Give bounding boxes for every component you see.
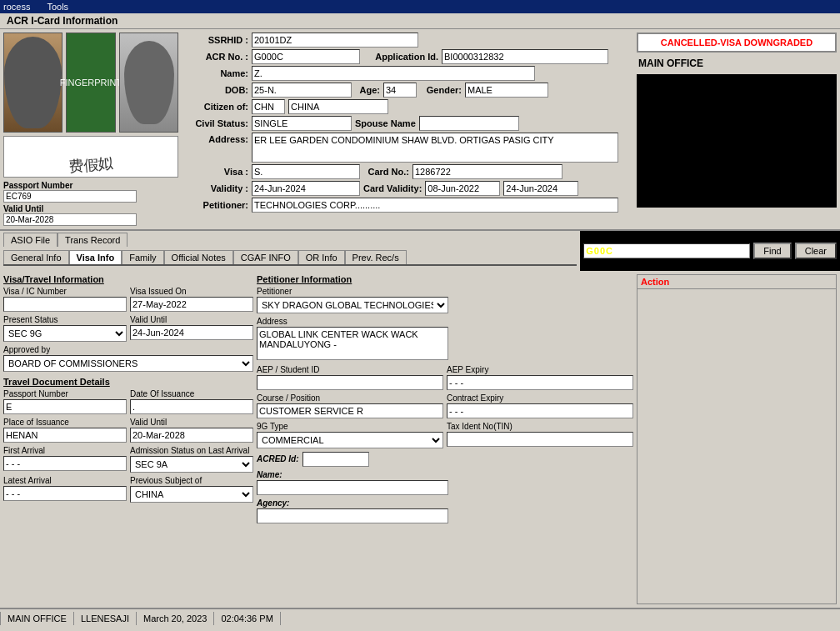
acr-no-input[interactable] — [252, 49, 360, 64]
civil-status-input[interactable] — [252, 116, 352, 131]
ssrhid-input[interactable] — [252, 33, 418, 48]
nineg-type-select[interactable]: COMMERCIAL — [257, 432, 443, 448]
admission-status-col: Admission Status on Last Arrival SEC 9A — [130, 446, 253, 473]
address-input[interactable] — [252, 133, 618, 163]
petitioner-top-input[interactable] — [252, 198, 618, 213]
tab-row-2: General Info Visa Info Family Official N… — [3, 250, 577, 266]
latest-arrival-input[interactable] — [3, 486, 127, 501]
acred-name-group: Name: — [257, 470, 633, 495]
acr-row: ACR No. : Application Id. — [182, 49, 633, 64]
passport-number-display: EC769 — [3, 190, 137, 203]
aep-expiry-input[interactable] — [447, 375, 633, 390]
fingerprint-box: FINGERPRINT — [66, 33, 116, 133]
name-row: Name: — [182, 66, 633, 81]
search-panel: Find Clear — [580, 231, 840, 271]
dob-input[interactable] — [252, 83, 352, 98]
date-issuance-input[interactable] — [130, 399, 253, 414]
acred-id-input[interactable] — [302, 452, 369, 467]
age-input[interactable] — [383, 83, 417, 98]
action-label: Action — [638, 275, 836, 289]
date-issuance-col: Date Of Issuance — [130, 389, 253, 414]
ssrhid-row: SSRHID : — [182, 33, 633, 48]
approved-by-select[interactable]: BOARD OF COMMISSIONERS — [3, 355, 253, 372]
tabs-area: ASIO File Trans Record General Info Visa… — [0, 231, 580, 271]
right-panel: CANCELLED-VISA DOWNGRADED MAIN OFFICE — [637, 33, 837, 226]
place-issuance-col: Place of Issuance — [3, 418, 127, 443]
tab-visa-info[interactable]: Visa Info — [69, 250, 122, 264]
admission-status-select[interactable]: SEC 9A — [130, 456, 253, 473]
petitioner-select[interactable]: SKY DRAGON GLOBAL TECHNOLOGIES — [257, 297, 448, 313]
valid-until-input[interactable] — [130, 325, 253, 340]
place-issuance-input[interactable] — [3, 428, 127, 443]
travel-passport-input[interactable] — [3, 399, 127, 414]
dob-row: DOB: Age: Gender: — [182, 83, 633, 98]
spouse-name-input[interactable] — [419, 116, 519, 131]
validity-input[interactable] — [252, 181, 360, 196]
visa-ic-number-input[interactable] — [3, 297, 127, 312]
civil-status-row: Civil Status: Spouse Name — [182, 116, 633, 131]
menu-process[interactable]: rocess — [3, 2, 30, 12]
travel-valid-col: Valid Until — [130, 418, 253, 443]
acr-search-input[interactable] — [583, 243, 750, 258]
present-status-col: Present Status SEC 9G — [3, 315, 127, 342]
tab-prev-recs[interactable]: Prev. Rec/s — [345, 250, 407, 264]
acred-name-input[interactable] — [257, 480, 448, 495]
passport-num-col: Passport Number — [3, 389, 127, 414]
clear-button[interactable]: Clear — [795, 243, 837, 259]
travel-valid-until-input[interactable] — [130, 428, 253, 443]
photo-area: FINGERPRINT 费假姒 Passport Number EC769 Va… — [3, 33, 178, 226]
card-validity-to-input[interactable] — [503, 181, 578, 196]
tab-trans-record[interactable]: Trans Record — [58, 233, 128, 247]
menu-tools[interactable]: Tools — [47, 2, 68, 12]
visa-ic-row: Visa / IC Number Visa Issued On — [3, 287, 253, 312]
card-validity-from-input[interactable] — [425, 181, 500, 196]
application-id-input[interactable] — [442, 49, 608, 64]
agency-input[interactable] — [257, 508, 448, 523]
nineg-tax-row: 9G Type COMMERCIAL Tax Ident No(TIN) — [257, 422, 633, 448]
acr-header: ACR I-Card Information — [0, 13, 840, 29]
prev-subject-select[interactable]: CHINA — [130, 486, 253, 503]
present-status-select[interactable]: SEC 9G — [3, 325, 127, 342]
tab-family[interactable]: Family — [122, 250, 163, 264]
petitioner-address-input[interactable] — [257, 327, 448, 360]
aep-expiry-col: AEP Expiry — [447, 365, 633, 390]
first-latest-arrival-row: First Arrival Admission Status on Last A… — [3, 446, 253, 473]
first-arrival-input[interactable] — [3, 456, 127, 471]
tab-or-info[interactable]: OR Info — [298, 250, 345, 264]
tab-general-info[interactable]: General Info — [3, 250, 69, 264]
action-panel: Action — [637, 274, 837, 604]
photo-display-box — [637, 74, 837, 208]
gender-input[interactable] — [465, 83, 548, 98]
citizen-country-input[interactable] — [288, 99, 388, 114]
citizen-code-input[interactable] — [252, 99, 285, 114]
status-bar: MAIN OFFICE LLENESAJI March 20, 2023 02:… — [0, 608, 840, 628]
middle-bar: ASIO File Trans Record General Info Visa… — [0, 231, 840, 271]
signature-area: 费假姒 — [3, 136, 178, 178]
visa-travel-section: Visa/Travel Information Visa / IC Number… — [3, 274, 253, 604]
visa-issued-on-input[interactable] — [130, 297, 253, 312]
tab-asio-file[interactable]: ASIO File — [3, 233, 58, 247]
course-position-input[interactable] — [257, 403, 443, 418]
find-button[interactable]: Find — [753, 243, 791, 259]
name-input[interactable] — [252, 66, 535, 81]
approved-by-group: Approved by BOARD OF COMMISSIONERS — [3, 345, 253, 372]
contract-expiry-input[interactable] — [447, 403, 633, 418]
visa-travel-title: Visa/Travel Information — [3, 274, 253, 284]
first-arrival-col: First Arrival — [3, 446, 127, 473]
content-area: Visa/Travel Information Visa / IC Number… — [0, 271, 840, 608]
tax-ident-input[interactable] — [447, 432, 633, 447]
photos-row: FINGERPRINT — [3, 33, 178, 133]
agency-group: Agency: — [257, 498, 633, 523]
aep-id-input[interactable] — [257, 375, 443, 390]
person-photo — [3, 33, 62, 133]
visa-issued-col: Visa Issued On — [130, 287, 253, 312]
address-row: Address: — [182, 133, 633, 163]
tab-official-notes[interactable]: Official Notes — [164, 250, 233, 264]
present-status-row: Present Status SEC 9G Valid Until — [3, 315, 253, 342]
petitioner-section: Petitioner Information Petitioner SKY DR… — [257, 274, 633, 604]
visa-input[interactable] — [252, 164, 360, 179]
aep-row: AEP / Student ID AEP Expiry — [257, 365, 633, 390]
card-no-input[interactable] — [412, 164, 562, 179]
tab-cgaf-info[interactable]: CGAF INFO — [233, 250, 298, 264]
fields-area: SSRHID : ACR No. : Application Id. Name:… — [182, 33, 633, 226]
